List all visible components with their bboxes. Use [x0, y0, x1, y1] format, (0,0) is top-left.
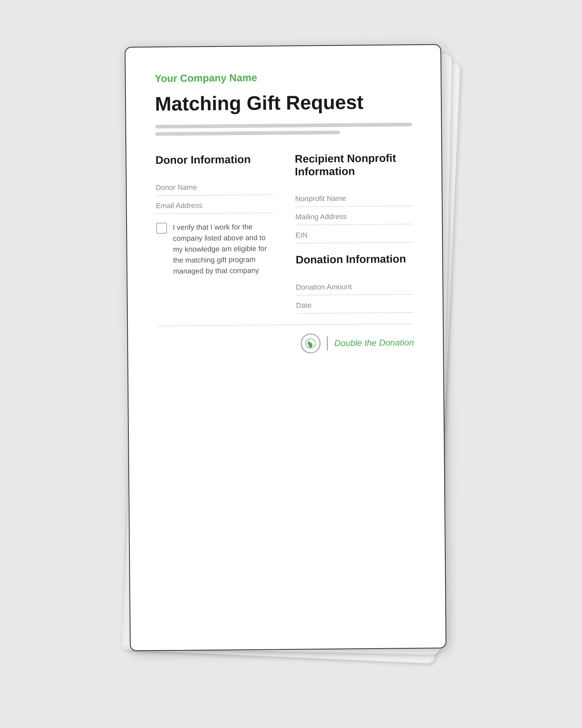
donation-amount-field[interactable]: Donation Amount — [296, 276, 413, 296]
form-columns: Donor Information Donor Name Email Addre… — [155, 152, 414, 315]
donation-amount-label: Donation Amount — [296, 282, 413, 292]
company-name: Your Company Name — [155, 71, 411, 84]
footer-divider — [327, 336, 328, 351]
nonprofit-section-heading: Recipient Nonprofit Information — [295, 152, 412, 178]
footer-logo: Double the Donation — [301, 333, 414, 353]
verify-checkbox-row: I verify that I work for the company lis… — [156, 221, 274, 277]
page-footer: Double the Donation — [157, 324, 414, 355]
ein-label: EIN — [295, 230, 413, 240]
donation-section: Donation Information Donation Amount Dat… — [296, 253, 414, 313]
date-field[interactable]: Date — [296, 294, 414, 314]
date-label: Date — [296, 300, 414, 310]
mailing-address-label: Mailing Address — [295, 212, 413, 221]
email-address-label: Email Address — [156, 201, 273, 210]
progress-bar-2 — [155, 131, 340, 136]
logo-icon — [301, 333, 320, 353]
progress-bars — [155, 123, 412, 136]
page-front: Your Company Name Matching Gift Request … — [125, 44, 446, 651]
donor-name-label: Donor Name — [156, 182, 273, 192]
page-title: Matching Gift Request — [155, 91, 412, 115]
mailing-address-field[interactable]: Mailing Address — [295, 206, 413, 225]
ein-field[interactable]: EIN — [295, 224, 413, 244]
donor-section-heading: Donor Information — [155, 153, 273, 167]
verify-checkbox[interactable] — [156, 223, 167, 234]
logo-text-post: Donation — [376, 337, 414, 348]
nonprofit-name-field[interactable]: Nonprofit Name — [295, 188, 412, 207]
progress-bar-1 — [155, 123, 412, 128]
footer-brand-text: Double the Donation — [334, 337, 414, 348]
verify-checkbox-text: I verify that I work for the company lis… — [173, 221, 274, 276]
logo-text-italic: the — [364, 338, 377, 348]
page-stack: Your Company Name Matching Gift Request … — [127, 46, 455, 682]
nonprofit-name-label: Nonprofit Name — [295, 194, 412, 203]
donation-section-heading: Donation Information — [296, 253, 413, 266]
logo-text-pre: Double — [334, 338, 364, 348]
email-address-field[interactable]: Email Address — [156, 195, 273, 214]
donor-name-field[interactable]: Donor Name — [156, 177, 273, 196]
donor-column: Donor Information Donor Name Email Addre… — [155, 153, 274, 315]
nonprofit-column: Recipient Nonprofit Information Nonprofi… — [295, 152, 414, 313]
